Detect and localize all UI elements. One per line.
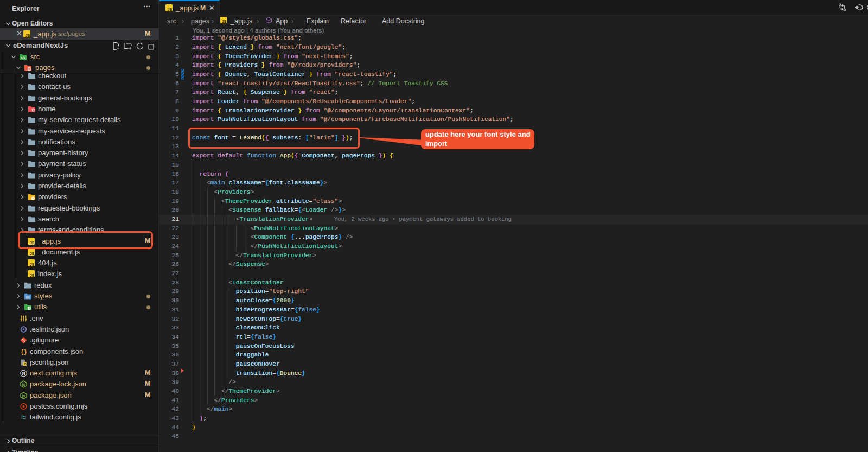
svg-text:js: js — [22, 383, 25, 387]
svg-text:{}: {} — [21, 348, 27, 355]
svg-text:js: js — [22, 393, 25, 398]
svg-text:JS: JS — [24, 362, 28, 366]
svg-text:N: N — [22, 371, 25, 376]
